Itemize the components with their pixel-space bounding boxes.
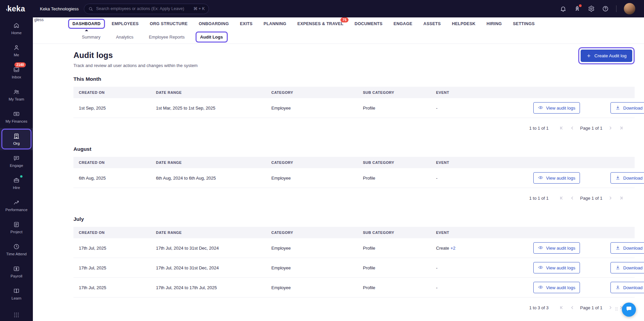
nav-assets[interactable]: ASSETS (423, 21, 441, 26)
search-shortcut: ⌘ + K (194, 6, 205, 11)
global-search[interactable]: ⌘ + K (84, 4, 209, 14)
sidebar-item-home[interactable]: Home (0, 17, 33, 40)
pagination-page: Page 1 of 1 (580, 196, 603, 201)
nav-planning[interactable]: PLANNING (264, 21, 286, 26)
sidebar-item-my-finances[interactable]: My Finances (0, 106, 33, 128)
nav-exits[interactable]: EXITS (240, 21, 253, 26)
nav-settings[interactable]: SETTINGS (513, 21, 535, 26)
sidebar-item-learn[interactable]: Learn (0, 283, 33, 305)
nav-onboarding[interactable]: ONBOARDING (199, 21, 229, 26)
sidebar-item-time-attend[interactable]: Time Attend (0, 239, 33, 261)
nav-documents[interactable]: DOCUMENTS (355, 21, 382, 26)
download-button[interactable]: Download (610, 262, 644, 273)
sidebar-item-label: Performance (5, 208, 28, 212)
nav-label: PLANNING (264, 21, 286, 26)
last-page-button[interactable] (619, 125, 624, 131)
download-icon (615, 284, 621, 291)
nav-helpdesk[interactable]: HELPDESK (452, 21, 475, 26)
sub-nav: SummaryAnalyticsEmployee ReportsAudit Lo… (33, 30, 644, 44)
download-button[interactable]: Download (610, 172, 644, 184)
audit-section-this-month: This Month CREATED ONDATE RANGECATEGORYS… (73, 76, 635, 138)
main-area: gless DASHBOARDEMPLOYEESORG STRUCTUREONB… (33, 17, 644, 318)
cell-sub-category: Profile (358, 106, 431, 111)
download-button[interactable]: Download (610, 242, 644, 254)
eye-icon (538, 175, 543, 181)
first-page-button[interactable] (559, 125, 564, 131)
column-header: CREATED ON (73, 231, 151, 235)
company-name: Keka Technologiess (40, 6, 78, 11)
column-header: EVENT (431, 160, 533, 165)
last-page-button[interactable] (619, 195, 624, 201)
rocket-icon[interactable] (574, 5, 581, 12)
sidebar-item-project[interactable]: Project (0, 216, 33, 239)
table-row: 17th Jul, 2025 17th Jul, 2024 to 17th Ju… (73, 278, 635, 298)
audit-section-july: July CREATED ONDATE RANGECATEGORYSUB CAT… (73, 216, 635, 318)
nav-engage[interactable]: ENGAGE (393, 21, 412, 26)
download-label: Download (623, 285, 643, 290)
nav-employees[interactable]: EMPLOYEES (112, 21, 139, 26)
avatar[interactable] (624, 3, 635, 14)
cell-date-range: 17th Jul, 2024 to 17th Jul, 2025 (151, 285, 266, 290)
cell-created-on: 6th Aug, 2025 (73, 176, 151, 181)
pagination-range: 1 to 3 of 3 (529, 305, 549, 310)
view-audit-logs-button[interactable]: View audit logs (533, 172, 580, 184)
sidebar-item-label: Payroll (10, 274, 22, 278)
sidebar-item-me[interactable]: Me (0, 40, 33, 62)
sidebar-item-performance[interactable]: Performance (0, 194, 33, 216)
download-button[interactable]: Download (610, 102, 644, 114)
page-title: Audit logs (73, 51, 198, 60)
cell-event: - (431, 265, 533, 270)
home-icon (13, 22, 20, 29)
cell-date-range: 17th Jul, 2024 to 31st Dec, 2024 (151, 265, 266, 270)
view-audit-logs-button[interactable]: View audit logs (533, 102, 580, 114)
cell-event: - (431, 106, 533, 111)
first-page-button[interactable] (559, 305, 564, 310)
keka-logo[interactable]: keka (0, 4, 33, 13)
prev-page-button[interactable] (570, 305, 575, 310)
notifications-bell-icon[interactable] (560, 5, 567, 12)
chat-widget-button[interactable] (622, 303, 636, 317)
sidebar-item-my-team[interactable]: My Team (0, 84, 33, 106)
sidebar-item-org[interactable]: Org (0, 128, 33, 150)
view-audit-logs-button[interactable]: View audit logs (533, 282, 580, 293)
content: Audit logs Track and review all user act… (33, 44, 644, 318)
section-title: July (73, 216, 635, 222)
view-audit-logs-label: View audit logs (546, 285, 575, 290)
user-icon (13, 44, 20, 51)
subtab-employee-reports[interactable]: Employee Reports (149, 35, 185, 40)
apps-grid-icon[interactable] (0, 312, 33, 318)
plus-icon (586, 53, 591, 58)
search-input[interactable] (96, 6, 191, 11)
view-audit-logs-button[interactable]: View audit logs (533, 262, 580, 273)
pagination-page: Page 1 of 1 (580, 126, 603, 131)
sidebar-item-payroll[interactable]: Payroll (0, 261, 33, 283)
next-page-button[interactable] (608, 305, 613, 310)
nav-org-structure[interactable]: ORG STRUCTURE (150, 21, 187, 26)
settings-gear-icon[interactable] (588, 5, 595, 12)
eye-icon (538, 105, 543, 111)
nav-expenses-travel[interactable]: EXPENSES & TRAVEL75 (298, 21, 344, 26)
page-head: Audit logs Track and review all user act… (73, 51, 635, 68)
subtab-analytics[interactable]: Analytics (116, 35, 133, 40)
prev-page-button[interactable] (570, 195, 575, 201)
cell-sub-category: Profile (358, 285, 431, 290)
help-icon[interactable] (602, 5, 609, 12)
page-subtitle: Track and review all user actions and ch… (73, 63, 198, 68)
download-button[interactable]: Download (610, 282, 644, 293)
drag-handle-icon[interactable] (614, 306, 619, 313)
nav-dashboard[interactable]: DASHBOARD (72, 21, 101, 26)
nav-hiring[interactable]: HIRING (487, 21, 502, 26)
next-page-button[interactable] (608, 125, 613, 131)
next-page-button[interactable] (608, 195, 613, 201)
subtab-summary[interactable]: Summary (82, 35, 101, 40)
event-more-link[interactable]: +2 (450, 246, 455, 251)
prev-page-button[interactable] (570, 125, 575, 131)
subtab-audit-logs[interactable]: Audit Logs (200, 35, 223, 40)
view-audit-logs-button[interactable]: View audit logs (533, 242, 580, 254)
sidebar-item-hire[interactable]: Hire (0, 172, 33, 194)
first-page-button[interactable] (559, 195, 564, 201)
sidebar-item-engage[interactable]: Engage (0, 150, 33, 172)
create-audit-log-button[interactable]: Create Audit log (581, 50, 632, 62)
sidebar-item-inbox[interactable]: Inbox2140 (0, 62, 33, 84)
pagination: 1 to 1 of 1 Page 1 of 1 (73, 188, 635, 208)
